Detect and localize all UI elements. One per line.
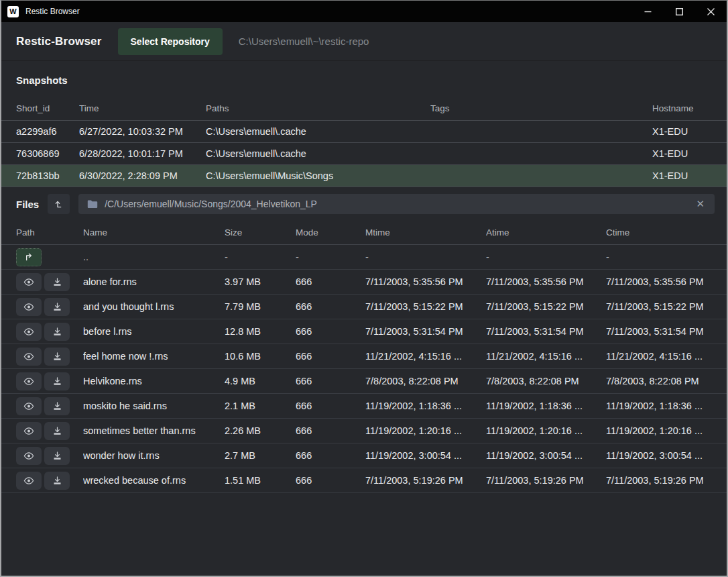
- download-file-button[interactable]: [44, 447, 70, 465]
- select-repository-button[interactable]: Select Repository: [118, 28, 223, 55]
- preview-file-button[interactable]: [16, 273, 42, 291]
- preview-file-button[interactable]: [16, 348, 42, 366]
- files-table-header: Path Name Size Mode Mtime Atime Ctime: [1, 220, 727, 245]
- file-mtime: 7/11/2003, 5:19:26 PM: [365, 475, 486, 486]
- file-atime: 7/8/2003, 8:22:08 PM: [486, 376, 606, 386]
- file-row: alone for.rns 3.97 MB 666 7/11/2003, 5:3…: [1, 270, 727, 295]
- download-icon: [52, 376, 62, 386]
- file-size: 10.6 MB: [225, 351, 296, 362]
- snapshot-row[interactable]: 72b813bb 6/30/2022, 2:28:09 PM C:\Users\…: [1, 165, 727, 187]
- column-header-ctime: Ctime: [606, 227, 712, 238]
- app-window: W Restic Browser Restic-Browser Select R…: [0, 0, 728, 577]
- file-size: 2.26 MB: [225, 425, 296, 436]
- file-size: 1.51 MB: [225, 475, 296, 486]
- goto-root-button[interactable]: [48, 194, 70, 214]
- download-icon: [52, 451, 62, 461]
- snapshot-paths: C:\Users\emuell\.cache: [206, 126, 430, 137]
- download-icon: [52, 302, 62, 312]
- file-mode: 666: [296, 401, 365, 411]
- path-bar[interactable]: /C/Users/emuell/Music/Songs/2004_Helveti…: [78, 194, 715, 214]
- close-icon: [707, 8, 715, 15]
- file-mtime: 7/11/2003, 5:15:22 PM: [365, 301, 486, 312]
- clear-path-button[interactable]: ✕: [694, 198, 706, 210]
- column-header-mtime: Mtime: [365, 227, 486, 238]
- preview-file-button[interactable]: [16, 372, 42, 390]
- file-name: feel home now !.rns: [83, 351, 225, 362]
- file-mtime: 11/19/2002, 3:00:54 ...: [365, 450, 486, 461]
- snapshots-heading: Snapshots: [16, 74, 712, 86]
- eye-icon: [23, 377, 34, 386]
- download-icon: [52, 426, 62, 436]
- file-row: feel home now !.rns 10.6 MB 666 11/21/20…: [1, 344, 727, 369]
- file-name: sometimes better than.rns: [83, 425, 225, 436]
- eye-icon: [23, 327, 34, 336]
- preview-file-button[interactable]: [16, 472, 42, 490]
- column-header-name: Name: [83, 227, 225, 238]
- file-mode: 666: [296, 376, 365, 386]
- file-atime: 7/11/2003, 5:19:26 PM: [486, 475, 606, 486]
- file-name: Helvikone.rns: [83, 376, 225, 386]
- file-size: 2.7 MB: [225, 450, 296, 461]
- up-right-arrow-icon: [23, 252, 34, 262]
- download-file-button[interactable]: [44, 273, 70, 291]
- preview-file-button[interactable]: [16, 422, 42, 440]
- preview-file-button[interactable]: [16, 447, 42, 465]
- file-atime: 11/19/2002, 3:00:54 ...: [486, 450, 606, 461]
- file-atime: 7/11/2003, 5:35:56 PM: [486, 276, 606, 287]
- snapshots-table-body: a2299af6 6/27/2022, 10:03:32 PM C:\Users…: [1, 121, 727, 187]
- file-mode: 666: [296, 351, 365, 362]
- snapshots-table-header: Short_id Time Paths Tags Hostname: [1, 96, 727, 121]
- download-file-button[interactable]: [44, 397, 70, 415]
- file-size: 7.79 MB: [225, 301, 296, 312]
- go-up-directory-button[interactable]: [16, 248, 42, 266]
- download-file-button[interactable]: [44, 372, 70, 390]
- file-ctime: -: [606, 252, 712, 262]
- file-mode: 666: [296, 425, 365, 436]
- snapshot-short-id: a2299af6: [16, 126, 79, 137]
- column-header-mode: Mode: [296, 227, 365, 238]
- download-icon: [52, 352, 62, 362]
- file-atime: 11/19/2002, 1:18:36 ...: [486, 401, 606, 411]
- file-name: moskito he said.rns: [83, 401, 225, 411]
- preview-file-button[interactable]: [16, 298, 42, 316]
- file-mode: 666: [296, 326, 365, 337]
- file-name: wrecked because of.rns: [83, 475, 225, 486]
- column-header-short-id: Short_id: [16, 103, 79, 113]
- titlebar[interactable]: W Restic Browser: [1, 1, 727, 22]
- snapshot-row[interactable]: 76306869 6/28/2022, 10:01:17 PM C:\Users…: [1, 143, 727, 165]
- maximize-button[interactable]: [664, 1, 695, 22]
- file-mtime: 7/8/2003, 8:22:08 PM: [365, 376, 486, 386]
- file-size: 4.9 MB: [225, 376, 296, 386]
- file-atime: 7/11/2003, 5:31:54 PM: [486, 326, 606, 337]
- eye-icon: [23, 452, 34, 460]
- file-ctime: 11/19/2002, 3:00:54 ...: [606, 450, 712, 461]
- snapshot-row[interactable]: a2299af6 6/27/2022, 10:03:32 PM C:\Users…: [1, 121, 727, 143]
- file-size: 12.8 MB: [225, 326, 296, 337]
- download-file-button[interactable]: [44, 422, 70, 440]
- download-file-button[interactable]: [44, 472, 70, 490]
- files-section-header: Files /C/Users/emuell/Music/Songs/2004_H…: [1, 187, 727, 220]
- file-name: alone for.rns: [83, 276, 225, 287]
- folder-icon: [87, 199, 98, 209]
- preview-file-button[interactable]: [16, 397, 42, 415]
- file-ctime: 11/21/2002, 4:15:16 ...: [606, 351, 712, 362]
- file-atime: 11/19/2002, 1:20:16 ...: [486, 425, 606, 436]
- file-ctime: 7/8/2003, 8:22:08 PM: [606, 376, 712, 386]
- close-button[interactable]: [695, 1, 727, 22]
- file-name: wonder how it.rns: [83, 450, 225, 461]
- download-file-button[interactable]: [44, 348, 70, 366]
- file-name: ..: [83, 252, 225, 262]
- column-header-atime: Atime: [486, 227, 606, 238]
- file-row: wrecked because of.rns 1.51 MB 666 7/11/…: [1, 468, 727, 493]
- preview-file-button[interactable]: [16, 323, 42, 341]
- wails-app-icon: W: [7, 6, 19, 17]
- snapshot-hostname: X1-EDU: [652, 148, 712, 159]
- download-file-button[interactable]: [44, 298, 70, 316]
- column-header-size: Size: [225, 227, 296, 238]
- download-file-button[interactable]: [44, 323, 70, 341]
- maximize-icon: [676, 8, 683, 15]
- file-row: and you thought l.rns 7.79 MB 666 7/11/2…: [1, 295, 727, 319]
- app-header: Restic-Browser Select Repository C:\User…: [1, 22, 727, 61]
- minimize-button[interactable]: [632, 1, 664, 22]
- download-icon: [52, 277, 62, 287]
